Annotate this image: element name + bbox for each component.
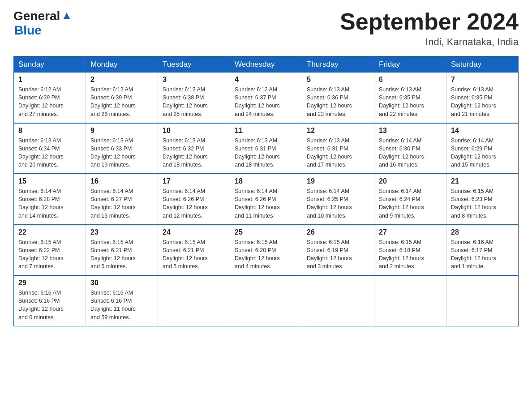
- day-info: Sunrise: 6:16 AM Sunset: 6:16 PM Dayligh…: [18, 289, 81, 321]
- day-info: Sunrise: 6:15 AM Sunset: 6:23 PM Dayligh…: [451, 187, 514, 220]
- day-info: Sunrise: 6:16 AM Sunset: 6:17 PM Dayligh…: [451, 238, 514, 271]
- calendar-day-12: 12Sunrise: 6:13 AM Sunset: 6:31 PM Dayli…: [302, 123, 374, 174]
- calendar-day-17: 17Sunrise: 6:14 AM Sunset: 6:26 PM Dayli…: [158, 174, 230, 225]
- day-number: 11: [235, 127, 297, 135]
- calendar-day-18: 18Sunrise: 6:14 AM Sunset: 6:26 PM Dayli…: [230, 174, 302, 225]
- calendar-empty-cell: [230, 275, 302, 326]
- day-number: 5: [307, 76, 369, 84]
- day-number: 20: [379, 177, 442, 185]
- day-number: 17: [163, 177, 225, 185]
- day-info: Sunrise: 6:13 AM Sunset: 6:36 PM Dayligh…: [307, 86, 369, 118]
- day-info: Sunrise: 6:14 AM Sunset: 6:25 PM Dayligh…: [307, 187, 369, 220]
- calendar-day-19: 19Sunrise: 6:14 AM Sunset: 6:25 PM Dayli…: [302, 174, 374, 225]
- calendar-day-29: 29Sunrise: 6:16 AM Sunset: 6:16 PM Dayli…: [14, 275, 86, 326]
- day-number: 12: [307, 127, 369, 135]
- day-info: Sunrise: 6:15 AM Sunset: 6:21 PM Dayligh…: [163, 238, 225, 271]
- day-info: Sunrise: 6:15 AM Sunset: 6:19 PM Dayligh…: [307, 238, 369, 271]
- svg-marker-0: [64, 13, 70, 19]
- calendar-day-3: 3Sunrise: 6:12 AM Sunset: 6:38 PM Daylig…: [158, 73, 230, 123]
- day-number: 16: [90, 177, 153, 185]
- day-info: Sunrise: 6:13 AM Sunset: 6:34 PM Dayligh…: [18, 137, 81, 169]
- weekday-header-tuesday: Tuesday: [158, 56, 230, 73]
- calendar-day-22: 22Sunrise: 6:15 AM Sunset: 6:22 PM Dayli…: [14, 225, 86, 276]
- title-area: September 2024 Indi, Karnataka, India: [340, 9, 519, 48]
- calendar-day-14: 14Sunrise: 6:14 AM Sunset: 6:29 PM Dayli…: [446, 123, 519, 174]
- day-info: Sunrise: 6:15 AM Sunset: 6:18 PM Dayligh…: [379, 238, 442, 271]
- day-info: Sunrise: 6:12 AM Sunset: 6:38 PM Dayligh…: [163, 86, 225, 118]
- day-info: Sunrise: 6:12 AM Sunset: 6:37 PM Dayligh…: [235, 86, 297, 118]
- calendar-day-16: 16Sunrise: 6:14 AM Sunset: 6:27 PM Dayli…: [86, 174, 158, 225]
- day-number: 9: [90, 127, 153, 135]
- calendar-day-11: 11Sunrise: 6:13 AM Sunset: 6:31 PM Dayli…: [230, 123, 302, 174]
- day-number: 22: [18, 228, 81, 236]
- day-number: 24: [163, 228, 225, 236]
- day-number: 15: [18, 177, 81, 185]
- day-number: 7: [451, 76, 514, 84]
- day-info: Sunrise: 6:14 AM Sunset: 6:30 PM Dayligh…: [379, 137, 442, 169]
- calendar-day-10: 10Sunrise: 6:13 AM Sunset: 6:32 PM Dayli…: [158, 123, 230, 174]
- weekday-header-friday: Friday: [374, 56, 446, 73]
- day-info: Sunrise: 6:14 AM Sunset: 6:24 PM Dayligh…: [379, 187, 442, 220]
- weekday-header-sunday: Sunday: [14, 56, 86, 73]
- day-number: 29: [18, 279, 81, 287]
- day-info: Sunrise: 6:14 AM Sunset: 6:28 PM Dayligh…: [18, 187, 81, 220]
- day-number: 26: [307, 228, 369, 236]
- day-info: Sunrise: 6:15 AM Sunset: 6:21 PM Dayligh…: [90, 238, 153, 271]
- day-number: 8: [18, 127, 81, 135]
- day-info: Sunrise: 6:14 AM Sunset: 6:26 PM Dayligh…: [235, 187, 297, 220]
- day-number: 19: [307, 177, 369, 185]
- calendar-day-30: 30Sunrise: 6:16 AM Sunset: 6:16 PM Dayli…: [86, 275, 158, 326]
- day-info: Sunrise: 6:14 AM Sunset: 6:27 PM Dayligh…: [90, 187, 153, 220]
- day-info: Sunrise: 6:12 AM Sunset: 6:39 PM Dayligh…: [90, 86, 153, 118]
- calendar-empty-cell: [446, 275, 519, 326]
- day-number: 4: [235, 76, 297, 84]
- calendar-empty-cell: [302, 275, 374, 326]
- calendar-table: SundayMondayTuesdayWednesdayThursdayFrid…: [13, 56, 519, 326]
- day-info: Sunrise: 6:13 AM Sunset: 6:31 PM Dayligh…: [235, 137, 297, 169]
- calendar-week-5: 29Sunrise: 6:16 AM Sunset: 6:16 PM Dayli…: [14, 275, 519, 326]
- calendar-week-2: 8Sunrise: 6:13 AM Sunset: 6:34 PM Daylig…: [14, 123, 519, 174]
- weekday-header-wednesday: Wednesday: [230, 56, 302, 73]
- calendar-day-23: 23Sunrise: 6:15 AM Sunset: 6:21 PM Dayli…: [86, 225, 158, 276]
- day-number: 1: [18, 76, 81, 84]
- calendar-day-13: 13Sunrise: 6:14 AM Sunset: 6:30 PM Dayli…: [374, 123, 446, 174]
- calendar-day-25: 25Sunrise: 6:15 AM Sunset: 6:20 PM Dayli…: [230, 225, 302, 276]
- day-number: 10: [163, 127, 225, 135]
- page-header: General Blue September 2024 Indi, Karnat…: [13, 9, 519, 48]
- calendar-week-3: 15Sunrise: 6:14 AM Sunset: 6:28 PM Dayli…: [14, 174, 519, 225]
- calendar-day-2: 2Sunrise: 6:12 AM Sunset: 6:39 PM Daylig…: [86, 73, 158, 123]
- page-subtitle: Indi, Karnataka, India: [340, 36, 519, 48]
- logo-triangle-icon: [62, 11, 72, 22]
- calendar-day-15: 15Sunrise: 6:14 AM Sunset: 6:28 PM Dayli…: [14, 174, 86, 225]
- weekday-header-row: SundayMondayTuesdayWednesdayThursdayFrid…: [14, 56, 519, 73]
- calendar-empty-cell: [374, 275, 446, 326]
- day-number: 3: [163, 76, 225, 84]
- calendar-day-9: 9Sunrise: 6:13 AM Sunset: 6:33 PM Daylig…: [86, 123, 158, 174]
- calendar-week-4: 22Sunrise: 6:15 AM Sunset: 6:22 PM Dayli…: [14, 225, 519, 276]
- calendar-day-4: 4Sunrise: 6:12 AM Sunset: 6:37 PM Daylig…: [230, 73, 302, 123]
- day-number: 14: [451, 127, 514, 135]
- logo: General Blue: [13, 9, 72, 38]
- day-info: Sunrise: 6:15 AM Sunset: 6:22 PM Dayligh…: [18, 238, 81, 271]
- weekday-header-saturday: Saturday: [446, 56, 519, 73]
- day-info: Sunrise: 6:16 AM Sunset: 6:16 PM Dayligh…: [90, 289, 153, 321]
- day-number: 28: [451, 228, 514, 236]
- day-number: 30: [90, 279, 153, 287]
- day-info: Sunrise: 6:13 AM Sunset: 6:35 PM Dayligh…: [379, 86, 442, 118]
- day-info: Sunrise: 6:15 AM Sunset: 6:20 PM Dayligh…: [235, 238, 297, 271]
- calendar-day-8: 8Sunrise: 6:13 AM Sunset: 6:34 PM Daylig…: [14, 123, 86, 174]
- day-info: Sunrise: 6:14 AM Sunset: 6:26 PM Dayligh…: [163, 187, 225, 220]
- calendar-day-21: 21Sunrise: 6:15 AM Sunset: 6:23 PM Dayli…: [446, 174, 519, 225]
- day-number: 13: [379, 127, 442, 135]
- calendar-day-26: 26Sunrise: 6:15 AM Sunset: 6:19 PM Dayli…: [302, 225, 374, 276]
- day-info: Sunrise: 6:12 AM Sunset: 6:39 PM Dayligh…: [18, 86, 81, 118]
- day-info: Sunrise: 6:13 AM Sunset: 6:35 PM Dayligh…: [451, 86, 514, 118]
- day-number: 2: [90, 76, 153, 84]
- day-number: 27: [379, 228, 442, 236]
- calendar-day-1: 1Sunrise: 6:12 AM Sunset: 6:39 PM Daylig…: [14, 73, 86, 123]
- weekday-header-monday: Monday: [86, 56, 158, 73]
- calendar-day-5: 5Sunrise: 6:13 AM Sunset: 6:36 PM Daylig…: [302, 73, 374, 123]
- calendar-day-6: 6Sunrise: 6:13 AM Sunset: 6:35 PM Daylig…: [374, 73, 446, 123]
- day-number: 18: [235, 177, 297, 185]
- day-info: Sunrise: 6:13 AM Sunset: 6:31 PM Dayligh…: [307, 137, 369, 169]
